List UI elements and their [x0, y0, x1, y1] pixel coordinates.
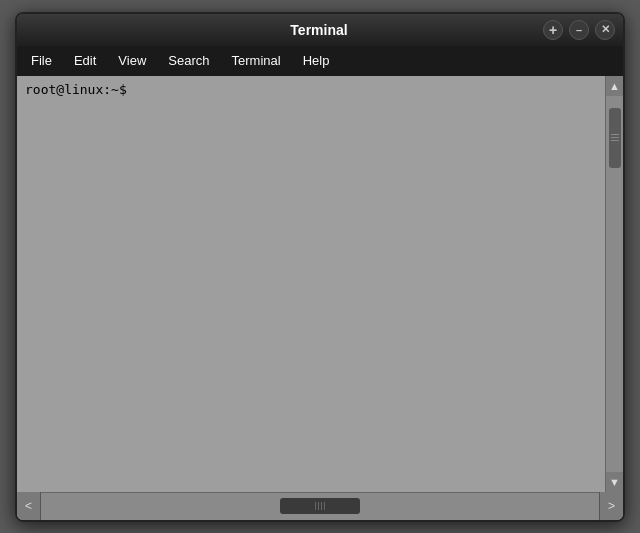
terminal-content[interactable]: root@linux:~$: [17, 76, 605, 492]
add-button[interactable]: +: [543, 20, 563, 40]
terminal-text-area[interactable]: root@linux:~$: [17, 76, 605, 492]
scroll-thumb-vertical[interactable]: [609, 108, 621, 168]
window-controls: + – ✕: [543, 20, 615, 40]
grip-line: [611, 137, 619, 138]
terminal-window: Terminal + – ✕ File Edit View Search Ter…: [15, 12, 625, 522]
grip-line: [611, 140, 619, 141]
grip-line-h: [324, 502, 325, 510]
close-button[interactable]: ✕: [595, 20, 615, 40]
title-bar: Terminal + – ✕: [17, 14, 623, 46]
menu-help[interactable]: Help: [293, 49, 340, 72]
menu-file[interactable]: File: [21, 49, 62, 72]
terminal-prompt: root@linux:~$: [25, 82, 127, 97]
grip-line-h: [315, 502, 316, 510]
scroll-right-button[interactable]: >: [599, 492, 623, 520]
menu-bar: File Edit View Search Terminal Help: [17, 46, 623, 76]
scroll-left-button[interactable]: <: [17, 492, 41, 520]
menu-search[interactable]: Search: [158, 49, 219, 72]
scrollbar-vertical[interactable]: ▲ ▼: [605, 76, 623, 492]
menu-terminal[interactable]: Terminal: [222, 49, 291, 72]
scroll-track-vertical[interactable]: [606, 96, 623, 472]
menu-view[interactable]: View: [108, 49, 156, 72]
window-title: Terminal: [95, 22, 543, 38]
grip-line-h: [321, 502, 322, 510]
scroll-thumb-horizontal[interactable]: [280, 498, 360, 514]
grip-line: [611, 134, 619, 135]
scroll-thumb-h-grip: [315, 502, 325, 510]
scroll-track-horizontal[interactable]: [41, 493, 599, 520]
scroll-up-button[interactable]: ▲: [606, 76, 624, 96]
scroll-thumb-grip: [611, 134, 619, 141]
scrollbar-horizontal-area: < >: [17, 492, 623, 520]
terminal-body: root@linux:~$ ▲ ▼: [17, 76, 623, 492]
minimize-button[interactable]: –: [569, 20, 589, 40]
menu-edit[interactable]: Edit: [64, 49, 106, 72]
scroll-down-button[interactable]: ▼: [606, 472, 624, 492]
grip-line-h: [318, 502, 319, 510]
